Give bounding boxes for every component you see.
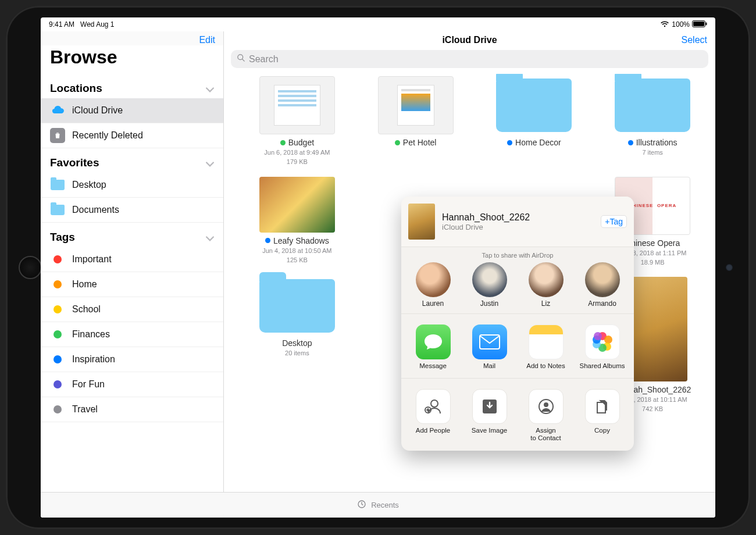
mail-icon <box>472 324 507 359</box>
folder-icon <box>50 177 65 192</box>
sidebar-item-label: Important <box>72 254 112 265</box>
action-copy[interactable]: Copy <box>577 389 627 442</box>
tag-dot-icon <box>50 352 65 367</box>
tag-school[interactable]: School <box>41 297 223 322</box>
add-people-icon <box>416 389 451 424</box>
tag-home[interactable]: Home <box>41 272 223 297</box>
sidebar-item-label: Documents <box>72 205 119 215</box>
file-name: Budget <box>288 138 314 147</box>
sidebar-item-label: Finances <box>72 329 110 340</box>
share-app-notes[interactable]: Add to Notes <box>521 324 571 370</box>
sidebar-item-icloud-drive[interactable]: iCloud Drive <box>41 98 223 123</box>
svg-rect-2 <box>706 22 707 25</box>
action-assign-contact[interactable]: Assign to Contact <box>521 389 571 442</box>
avatar <box>585 262 620 297</box>
locations-header[interactable]: Locations <box>41 74 223 98</box>
share-app-message[interactable]: Message <box>408 324 458 370</box>
action-label: Copy <box>577 427 627 434</box>
tag-dot-icon <box>280 140 286 145</box>
share-app-mail[interactable]: Mail <box>465 324 515 370</box>
page-title: iCloud Drive <box>261 35 678 45</box>
file-subtitle: Jun 6, 2018 at 9:49 AM <box>245 148 350 156</box>
action-add-people[interactable]: Add People <box>408 389 458 442</box>
edit-button[interactable]: Edit <box>199 35 215 45</box>
cloud-icon <box>50 103 65 118</box>
file-tile-leafy-shadows[interactable]: Leafy Shadows Jun 4, 2018 at 10:50 AM 12… <box>245 177 350 267</box>
tag-inspiration[interactable]: Inspiration <box>41 347 223 372</box>
sidebar-item-documents[interactable]: Documents <box>41 198 223 223</box>
file-size: 179 KB <box>245 158 350 166</box>
status-time: 9:41 AM <box>49 20 74 28</box>
search-input[interactable]: Search <box>231 50 708 68</box>
favorites-header[interactable]: Favorites <box>41 148 223 173</box>
tag-travel[interactable]: Travel <box>41 397 223 422</box>
share-sheet: Hannah_Shoot_2262 iCloud Drive +Tag Tap … <box>401 197 634 451</box>
tag-for-fun[interactable]: For Fun <box>41 372 223 397</box>
tag-dot-icon <box>50 377 65 392</box>
favorites-header-label: Favorites <box>50 156 99 169</box>
add-tag-button[interactable]: +Tag <box>601 215 627 228</box>
status-date: Wed Aug 1 <box>80 20 115 28</box>
file-name: Home Decor <box>515 138 561 147</box>
select-button[interactable]: Select <box>678 35 707 45</box>
sidebar-item-desktop[interactable]: Desktop <box>41 173 223 198</box>
person-name: Armando <box>579 299 626 308</box>
avatar <box>529 262 564 297</box>
recents-tab[interactable]: Recents <box>371 501 399 509</box>
airdrop-person-armando[interactable]: Armando <box>579 262 626 308</box>
folder-icon <box>259 277 335 335</box>
bottom-toolbar: Recents <box>41 492 715 518</box>
action-save-image[interactable]: Save Image <box>465 389 515 442</box>
airdrop-person-justin[interactable]: Justin <box>466 262 513 308</box>
file-subtitle: 20 items <box>245 349 350 357</box>
app-label: Mail <box>465 362 515 370</box>
browse-title: Browse <box>41 45 223 74</box>
file-tile-pet-hotel[interactable]: Pet Hotel <box>363 76 468 166</box>
tag-important[interactable]: Important <box>41 247 223 272</box>
svg-point-7 <box>431 400 438 407</box>
locations-header-label: Locations <box>50 82 102 95</box>
sidebar-item-label: For Fun <box>72 379 105 390</box>
messages-icon <box>416 324 451 359</box>
person-name: Liz <box>523 299 569 308</box>
action-label: Save Image <box>465 427 515 434</box>
chevron-down-icon <box>206 84 214 92</box>
ipad-frame: 9:41 AM Wed Aug 1 100% Edit Browse <box>6 6 750 529</box>
airdrop-person-liz[interactable]: Liz <box>523 262 569 308</box>
file-tile-budget[interactable]: Budget Jun 6, 2018 at 9:49 AM 179 KB <box>245 76 350 166</box>
search-icon <box>237 54 245 65</box>
notes-icon <box>529 324 564 359</box>
share-file-title: Hannah_Shoot_2262 <box>442 212 594 223</box>
share-app-shared-albums[interactable]: Shared Albums <box>577 324 627 370</box>
file-subtitle: Jun 4, 2018 at 10:50 AM <box>245 247 350 255</box>
avatar <box>416 262 451 297</box>
file-tile-home-decor[interactable]: Home Decor <box>482 76 587 166</box>
tag-finances[interactable]: Finances <box>41 322 223 347</box>
file-name: Desktop <box>282 338 312 348</box>
tag-dot-icon <box>50 327 65 342</box>
sidebar-item-recently-deleted[interactable]: Recently Deleted <box>41 123 223 148</box>
photos-icon <box>585 324 620 359</box>
tag-dot-icon <box>395 140 400 145</box>
tags-header[interactable]: Tags <box>41 223 223 247</box>
folder-icon <box>50 202 65 217</box>
file-thumb <box>378 76 454 134</box>
action-label: Assign to Contact <box>521 427 571 442</box>
screen: 9:41 AM Wed Aug 1 100% Edit Browse <box>41 17 715 518</box>
tag-dot-icon <box>507 140 512 145</box>
svg-rect-1 <box>693 22 704 26</box>
folder-icon <box>615 76 690 134</box>
home-button[interactable] <box>19 256 42 279</box>
app-label: Message <box>408 362 458 370</box>
file-thumb <box>259 177 335 233</box>
file-tile-desktop[interactable]: Desktop 20 items <box>245 277 350 413</box>
save-image-icon <box>472 389 507 424</box>
sidebar: Edit Browse Locations i <box>41 31 224 518</box>
clock-icon <box>357 500 366 511</box>
file-tile-illustrations[interactable]: Illustrations 7 items <box>600 76 705 166</box>
airdrop-person-lauren[interactable]: Lauren <box>410 262 457 308</box>
person-name: Justin <box>466 299 513 308</box>
sidebar-item-label: Travel <box>72 404 98 415</box>
folder-icon <box>496 76 572 134</box>
sidebar-item-label: Desktop <box>72 180 106 190</box>
